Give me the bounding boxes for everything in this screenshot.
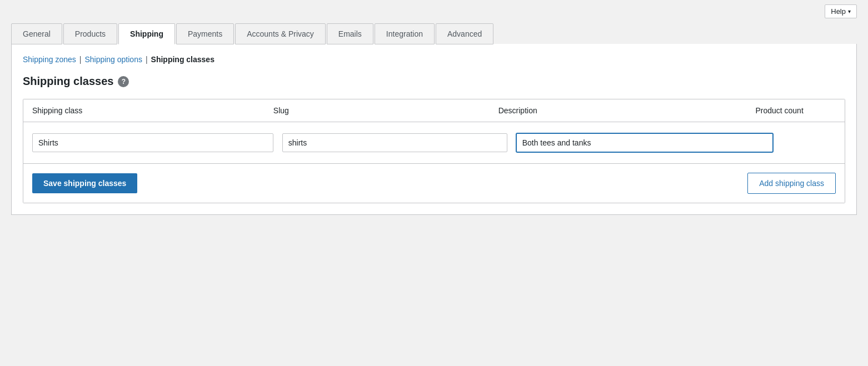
- table-row: [23, 122, 845, 163]
- table-body: [23, 122, 845, 163]
- shipping-class-cell: [32, 133, 273, 152]
- section-title-container: Shipping classes ?: [23, 75, 845, 88]
- tab-products[interactable]: Products: [63, 23, 117, 44]
- column-shipping-class: Shipping class: [32, 106, 273, 115]
- subnav-shipping-zones[interactable]: Shipping zones: [23, 55, 76, 64]
- main-tabs: General Products Shipping Payments Accou…: [11, 23, 857, 44]
- description-cell: [516, 133, 774, 152]
- column-product-count: Product count: [755, 106, 836, 115]
- slug-input[interactable]: [282, 133, 507, 152]
- subnav-separator-2: |: [146, 55, 148, 64]
- section-title-text: Shipping classes: [23, 75, 113, 88]
- main-content: Shipping zones | Shipping options | Ship…: [11, 44, 857, 215]
- slug-cell: [282, 133, 507, 152]
- sub-navigation: Shipping zones | Shipping options | Ship…: [23, 55, 845, 64]
- column-description: Description: [498, 106, 756, 115]
- subnav-separator-1: |: [79, 55, 82, 64]
- tab-payments[interactable]: Payments: [176, 23, 234, 44]
- help-tooltip-icon[interactable]: ?: [118, 76, 129, 87]
- description-input[interactable]: [516, 133, 774, 152]
- tab-accounts-privacy[interactable]: Accounts & Privacy: [235, 23, 326, 44]
- help-button[interactable]: Help ▾: [825, 4, 857, 18]
- subnav-shipping-options[interactable]: Shipping options: [84, 55, 142, 64]
- tab-shipping[interactable]: Shipping: [118, 23, 175, 44]
- subnav-current: Shipping classes: [151, 55, 214, 64]
- table-header: Shipping class Slug Description Product …: [23, 99, 845, 122]
- save-shipping-classes-button[interactable]: Save shipping classes: [32, 173, 137, 193]
- tab-emails[interactable]: Emails: [327, 23, 373, 44]
- chevron-down-icon: ▾: [848, 8, 851, 14]
- tab-general[interactable]: General: [11, 23, 62, 44]
- shipping-classes-table: Shipping class Slug Description Product …: [23, 99, 845, 203]
- tab-advanced[interactable]: Advanced: [436, 23, 493, 44]
- add-shipping-class-button[interactable]: Add shipping class: [747, 173, 836, 194]
- table-footer: Save shipping classes Add shipping class: [23, 163, 845, 203]
- help-label: Help: [831, 7, 846, 16]
- shipping-class-input[interactable]: [32, 133, 273, 152]
- column-slug: Slug: [273, 106, 498, 115]
- tab-integration[interactable]: Integration: [375, 23, 435, 44]
